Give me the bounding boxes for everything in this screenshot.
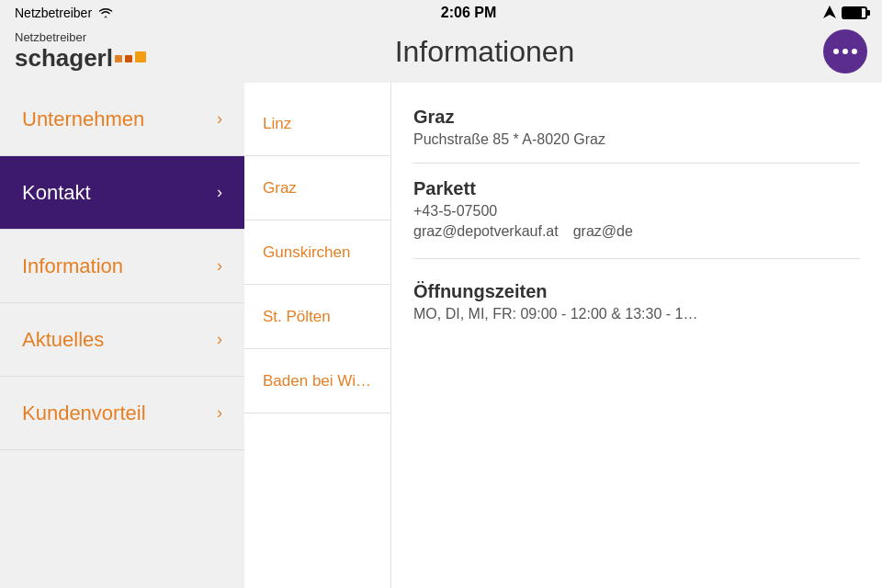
- location-label-stpoelten: St. Pölten: [263, 308, 331, 326]
- location-label-graz: Graz: [263, 179, 297, 198]
- chevron-icon: ›: [217, 256, 222, 276]
- location-list: Linz Graz Gunskirchen St. Pölten Baden b…: [244, 83, 391, 588]
- detail-opening-hours: MO, DI, MI, FR: 09:00 - 12:00 & 13:30 - …: [413, 306, 860, 322]
- logo-dot-3: [135, 51, 146, 62]
- detail-department-label: Parkett: [413, 178, 860, 199]
- sidebar: Unternehmen › Kontakt › Information › Ak…: [0, 83, 244, 588]
- content-area: Linz Graz Gunskirchen St. Pölten Baden b…: [244, 83, 882, 588]
- status-right: [823, 6, 867, 21]
- sidebar-label-unternehmen: Unternehmen: [22, 107, 144, 131]
- sidebar-item-kontakt[interactable]: Kontakt ›: [0, 156, 244, 230]
- menu-dot-1: [833, 49, 839, 54]
- logo-dot-2: [125, 55, 132, 62]
- logo-area: Netzbetreiber schagerl: [15, 30, 146, 73]
- detail-email-right: graz@de: [573, 223, 633, 240]
- menu-dot-3: [852, 49, 857, 54]
- location-label-badenbeiwie: Baden bei Wi…: [263, 372, 371, 390]
- detail-section-city: Graz Puchstraße 85 * A-8020 Graz: [413, 92, 860, 164]
- carrier-label: Netzbetreiber: [15, 6, 92, 20]
- detail-content: Graz Puchstraße 85 * A-8020 Graz Parkett…: [391, 83, 882, 588]
- chevron-icon: ›: [217, 330, 222, 349]
- location-label-linz: Linz: [263, 115, 291, 133]
- detail-city-name: Graz: [413, 107, 860, 128]
- detail-opening-label: Öffnungszeiten: [413, 281, 860, 302]
- location-arrow-icon: [823, 6, 836, 21]
- main-layout: Unternehmen › Kontakt › Information › Ak…: [0, 83, 882, 588]
- logo-text: schagerl: [15, 44, 113, 73]
- chevron-icon: ›: [217, 183, 222, 202]
- sidebar-item-kundenvorteil[interactable]: Kundenvorteil ›: [0, 377, 244, 450]
- sidebar-label-information: Information: [22, 254, 123, 278]
- detail-section-opening: Öffnungszeiten MO, DI, MI, FR: 09:00 - 1…: [413, 266, 860, 341]
- location-item-stpoelten[interactable]: St. Pölten: [244, 285, 390, 349]
- time-label: 2:06 PM: [441, 5, 496, 21]
- menu-button[interactable]: [823, 29, 867, 74]
- wifi-icon: [97, 6, 114, 21]
- menu-dots-icon: [833, 49, 857, 54]
- sidebar-label-kundenvorteil: Kundenvorteil: [22, 401, 146, 425]
- location-item-linz[interactable]: Linz: [244, 92, 390, 156]
- logo: schagerl: [15, 44, 146, 73]
- menu-dot-2: [842, 49, 848, 54]
- detail-phone: +43-5-07500: [413, 203, 860, 220]
- location-item-badenbeiwie[interactable]: Baden bei Wi…: [244, 349, 390, 413]
- battery-icon: [842, 6, 867, 19]
- logo-dots: [115, 51, 146, 65]
- status-bar: Netzbetreiber 2:06 PM: [0, 0, 882, 26]
- detail-section-parkett: Parkett +43-5-07500 graz@depotverkauf.at…: [413, 164, 860, 259]
- sidebar-item-information[interactable]: Information ›: [0, 230, 244, 303]
- sidebar-item-aktuelles[interactable]: Aktuelles ›: [0, 303, 244, 377]
- detail-email-left: graz@depotverkauf.at: [413, 223, 559, 240]
- title-bar: Netzbetreiber schagerl Informationen: [0, 26, 882, 83]
- svg-marker-0: [823, 6, 836, 18]
- detail-city-address: Puchstraße 85 * A-8020 Graz: [413, 131, 860, 148]
- chevron-icon: ›: [217, 403, 222, 423]
- location-item-graz[interactable]: Graz: [244, 156, 390, 220]
- location-label-gunskirchen: Gunskirchen: [263, 243, 350, 262]
- sidebar-label-aktuelles: Aktuelles: [22, 328, 104, 352]
- sidebar-item-unternehmen[interactable]: Unternehmen ›: [0, 83, 244, 156]
- location-item-gunskirchen[interactable]: Gunskirchen: [244, 220, 390, 285]
- carrier-text: Netzbetreiber: [15, 30, 86, 44]
- chevron-icon: ›: [217, 109, 222, 129]
- sidebar-label-kontakt: Kontakt: [22, 181, 91, 205]
- logo-dot-1: [115, 55, 122, 62]
- page-title: Informationen: [146, 35, 823, 69]
- detail-email-row: graz@depotverkauf.at graz@de: [413, 223, 860, 243]
- status-left: Netzbetreiber: [15, 6, 114, 21]
